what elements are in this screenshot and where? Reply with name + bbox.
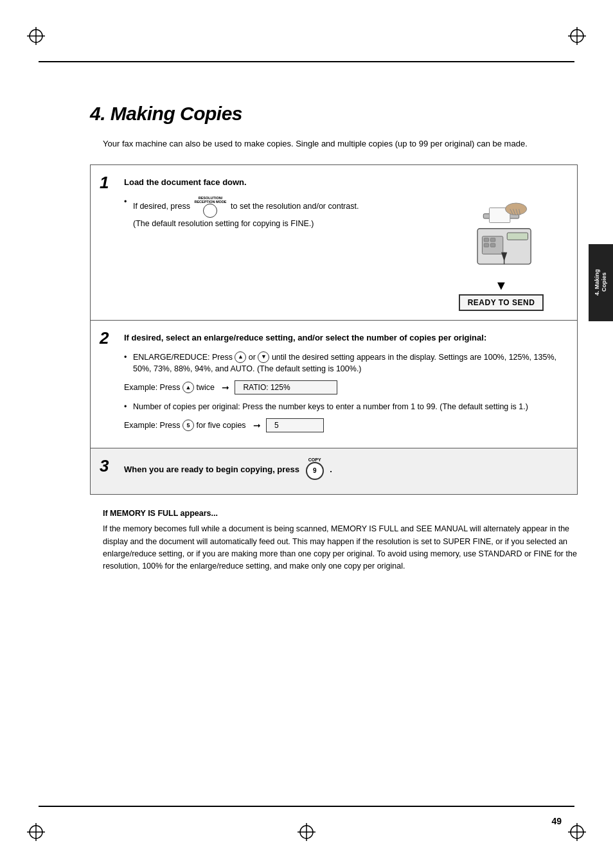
svg-rect-26: [484, 243, 488, 247]
resolution-btn: RESOLUTION/RECEPTION MODE: [194, 196, 226, 218]
memory-body: If the memory becomes full while a docum…: [103, 523, 578, 573]
step-3-period: .: [328, 461, 332, 475]
step-2-bullet-2: Number of copies per original: Press the…: [124, 401, 565, 413]
reg-mark-bl: [27, 823, 45, 841]
step-2-header: 2 If desired, select an enlarge/reduce s…: [100, 330, 565, 346]
step-1-section: 1 Load the document face down. If desire…: [91, 165, 577, 321]
memory-section: If MEMORY IS FULL appears... If the memo…: [103, 508, 578, 573]
chapter-tab: 4. MakingCopies: [589, 244, 613, 321]
step-1-arrow-down: ▼: [495, 278, 508, 293]
top-border: [39, 61, 574, 62]
ratio-display: RATIO: 125%: [235, 380, 337, 394]
svg-rect-25: [490, 238, 495, 242]
step-3-header: 3 When you are ready to begin copying, p…: [100, 457, 565, 480]
example-1-arrow: ➞: [222, 382, 229, 393]
copy-button: COPY 9: [306, 457, 324, 480]
step-3-number: 3: [100, 457, 119, 474]
step-1-number: 1: [100, 174, 119, 191]
step-1-title: Load the document face down.: [124, 174, 247, 188]
step-2-title: If desired, select an enlarge/reduce set…: [124, 330, 486, 344]
step-3-title: When you are ready to begin copying, pre…: [124, 461, 302, 475]
main-content: 4. Making Copies Your fax machine can al…: [90, 71, 578, 573]
example-2-row: Example: Press 5 for five copies ➞ 5: [124, 418, 565, 432]
chapter-tab-text: 4. MakingCopies: [594, 269, 608, 296]
step-1-content: If desired, press RESOLUTION/RECEPTION M…: [124, 196, 565, 311]
up-btn: ▲: [235, 351, 246, 363]
reg-mark-tl: [27, 27, 45, 45]
step-1-header: 1 Load the document face down.: [100, 174, 565, 191]
step-3-content: When you are ready to begin copying, pre…: [124, 457, 332, 480]
step-2-number: 2: [100, 330, 119, 346]
example-2-arrow: ➞: [253, 420, 261, 430]
svg-rect-28: [507, 233, 528, 240]
example-1-twice: twice: [194, 383, 217, 392]
step-1-left: If desired, press RESOLUTION/RECEPTION M…: [124, 196, 431, 235]
step-1-body: If desired, press RESOLUTION/RECEPTION M…: [124, 196, 565, 311]
reg-mark-bc: [298, 823, 315, 841]
reg-mark-tr: [568, 27, 586, 45]
step-1-bullet: If desired, press RESOLUTION/RECEPTION M…: [124, 196, 431, 230]
example-2-text: Example: Press: [124, 421, 182, 430]
step-2-bullet-1: ENLARGE/REDUCE: Press ▲ or ▼ until the d…: [124, 351, 565, 376]
example-1-row: Example: Press ▲ twice ➞ RATIO: 125%: [124, 380, 565, 394]
example-up-btn: ▲: [182, 382, 194, 393]
page-number: 49: [551, 816, 562, 826]
step-3-section: 3 When you are ready to begin copying, p…: [91, 448, 577, 494]
fax-illustration: [450, 196, 553, 273]
down-btn: ▼: [258, 351, 269, 363]
svg-rect-24: [484, 238, 488, 242]
step-2-body: ENLARGE/REDUCE: Press ▲ or ▼ until the d…: [124, 351, 565, 432]
chapter-title: 4. Making Copies: [90, 103, 578, 125]
bottom-border: [39, 806, 574, 807]
intro-text: Your fax machine can also be used to mak…: [103, 137, 578, 150]
instruction-box: 1 Load the document face down. If desire…: [90, 164, 578, 495]
svg-rect-27: [490, 243, 495, 247]
five-btn: 5: [182, 420, 194, 431]
resolution-btn-circle: [203, 204, 217, 218]
ready-to-send-display: READY TO SEND: [459, 294, 544, 311]
copies-display: 5: [266, 418, 324, 432]
step-1-right: ▼ READY TO SEND: [437, 196, 565, 311]
memory-title: If MEMORY IS FULL appears...: [103, 508, 578, 520]
step-2-section: 2 If desired, select an enlarge/reduce s…: [91, 321, 577, 448]
svg-point-18: [505, 203, 526, 215]
example-1-text: Example: Press: [124, 383, 182, 392]
example-2-for-copies: for five copies: [194, 421, 248, 430]
reg-mark-br: [568, 823, 586, 841]
